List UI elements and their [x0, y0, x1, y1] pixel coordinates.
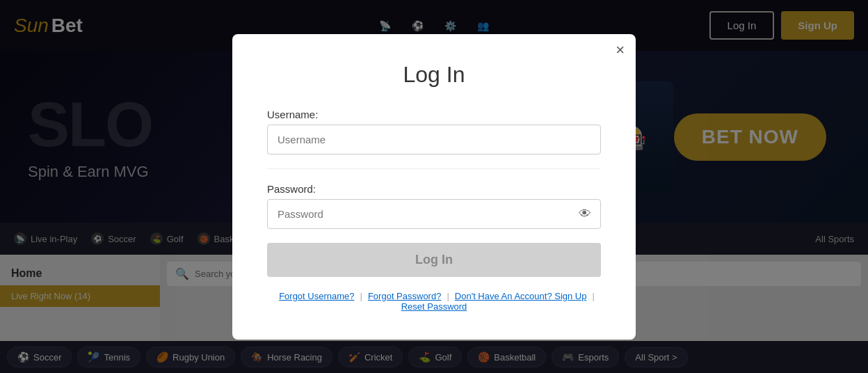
- form-divider: [267, 168, 601, 169]
- modal-title: Log In: [267, 62, 601, 88]
- password-input[interactable]: [267, 199, 601, 229]
- password-wrap: 👁: [267, 199, 601, 229]
- reset-password-link[interactable]: Reset Password: [396, 301, 473, 312]
- username-label: Username:: [267, 109, 601, 120]
- modal-overlay[interactable]: Log In × Username: Password: 👁 Log In Fo…: [0, 0, 868, 373]
- modal-login-button[interactable]: Log In: [267, 243, 601, 277]
- forgot-password-link[interactable]: Forgot Password?: [362, 291, 447, 301]
- sep-3: |: [592, 291, 594, 301]
- forgot-username-link[interactable]: Forgot Username?: [273, 291, 360, 301]
- no-account-link[interactable]: Don't Have An Account? Sign Up: [449, 291, 593, 301]
- username-input[interactable]: [267, 125, 601, 154]
- password-group: Password: 👁: [267, 183, 601, 229]
- username-group: Username:: [267, 109, 601, 154]
- password-toggle-icon[interactable]: 👁: [579, 207, 591, 221]
- modal-close-button[interactable]: ×: [616, 42, 625, 58]
- modal-links: Forgot Username? | Forgot Password? | Do…: [267, 291, 601, 312]
- password-label: Password:: [267, 183, 601, 195]
- login-modal: Log In × Username: Password: 👁 Log In Fo…: [232, 34, 636, 340]
